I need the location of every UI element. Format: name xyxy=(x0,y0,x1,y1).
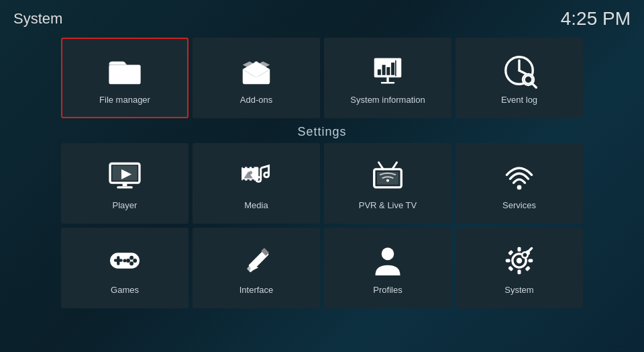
svg-rect-40 xyxy=(114,259,123,261)
tile-profiles-label: Profiles xyxy=(373,285,402,295)
svg-point-43 xyxy=(129,261,133,265)
tile-services-label: Services xyxy=(502,200,536,210)
top-row: File manager Add-ons xyxy=(0,35,644,122)
add-ons-icon xyxy=(237,52,275,89)
tile-system-label: System xyxy=(504,285,533,295)
tile-interface-label: Interface xyxy=(239,285,274,295)
svg-line-16 xyxy=(532,83,536,87)
tile-media[interactable]: Media xyxy=(193,143,320,224)
profiles-icon xyxy=(369,242,407,279)
svg-point-31 xyxy=(249,171,252,174)
tile-system-information-label: System information xyxy=(350,95,425,105)
tile-player[interactable]: Player xyxy=(61,143,189,224)
svg-rect-7 xyxy=(378,69,381,75)
svg-point-61 xyxy=(522,252,527,257)
file-manager-icon xyxy=(106,52,144,89)
svg-rect-53 xyxy=(517,269,521,274)
tile-player-label: Player xyxy=(113,200,138,210)
svg-rect-56 xyxy=(508,250,513,255)
svg-rect-22 xyxy=(117,186,133,188)
tile-games[interactable]: Games xyxy=(61,228,189,308)
svg-rect-10 xyxy=(391,62,394,75)
svg-rect-59 xyxy=(525,265,530,271)
svg-rect-8 xyxy=(382,64,386,75)
tile-services[interactable]: Services xyxy=(455,143,583,224)
app-title: System xyxy=(13,10,62,28)
settings-label: Settings xyxy=(0,122,644,143)
tile-add-ons-label: Add-ons xyxy=(240,95,272,105)
svg-rect-28 xyxy=(248,179,250,181)
svg-rect-29 xyxy=(252,179,254,181)
clock: 4:25 PM xyxy=(561,8,631,30)
svg-rect-9 xyxy=(386,67,390,75)
media-icon xyxy=(237,157,275,195)
svg-point-45 xyxy=(123,259,126,262)
svg-rect-58 xyxy=(508,265,513,271)
system-information-icon xyxy=(369,52,407,89)
event-log-icon xyxy=(500,52,538,89)
svg-point-41 xyxy=(129,255,133,259)
tile-file-manager-label: File manager xyxy=(99,95,150,105)
svg-rect-21 xyxy=(123,183,127,186)
tile-pvr-live-tv-label: PVR & Live TV xyxy=(359,200,417,210)
tile-system[interactable]: System xyxy=(455,228,583,308)
header: System 4:25 PM xyxy=(0,0,644,35)
svg-rect-54 xyxy=(506,259,511,262)
tile-add-ons[interactable]: Add-ons xyxy=(193,38,320,118)
svg-point-36 xyxy=(386,179,389,181)
tile-system-information[interactable]: System information xyxy=(324,38,451,118)
tile-profiles[interactable]: Profiles xyxy=(324,228,451,308)
svg-rect-26 xyxy=(252,165,254,167)
games-icon xyxy=(106,242,144,279)
svg-line-14 xyxy=(519,71,526,74)
svg-point-37 xyxy=(517,185,522,189)
services-icon xyxy=(500,157,538,195)
tile-event-log[interactable]: Event log xyxy=(455,38,583,118)
svg-rect-0 xyxy=(109,64,140,84)
interface-icon xyxy=(237,242,275,279)
player-icon xyxy=(106,157,144,195)
svg-rect-25 xyxy=(248,165,250,167)
tile-games-label: Games xyxy=(111,285,139,295)
svg-rect-55 xyxy=(529,259,533,262)
tile-event-log-label: Event log xyxy=(501,95,537,105)
tile-interface[interactable]: Interface xyxy=(193,228,320,308)
svg-rect-3 xyxy=(254,61,258,77)
svg-rect-5 xyxy=(386,77,388,82)
system-icon xyxy=(500,242,538,279)
svg-rect-52 xyxy=(517,247,521,251)
svg-point-50 xyxy=(382,247,394,260)
svg-point-42 xyxy=(133,259,137,263)
tile-media-label: Media xyxy=(244,200,268,210)
svg-rect-27 xyxy=(243,179,245,181)
svg-point-51 xyxy=(517,257,522,263)
settings-row-2: Games Interface Profiles xyxy=(0,228,644,312)
tile-pvr-live-tv[interactable]: PVR & Live TV xyxy=(324,143,451,224)
pvr-live-tv-icon xyxy=(369,157,407,195)
svg-rect-33 xyxy=(377,172,398,185)
svg-rect-6 xyxy=(381,81,394,83)
tile-file-manager[interactable]: File manager xyxy=(61,38,189,118)
svg-point-44 xyxy=(126,259,130,263)
svg-rect-24 xyxy=(243,165,245,167)
settings-row-1: Player Media xyxy=(0,143,644,228)
